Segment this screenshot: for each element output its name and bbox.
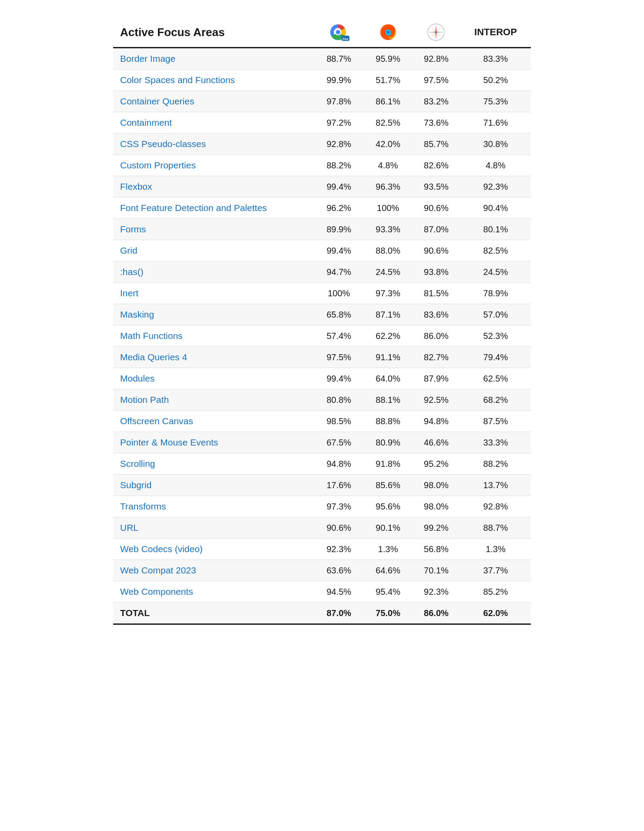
row-value-col5: 87.5% <box>460 411 531 432</box>
table-row: Grid99.4%88.0%90.6%82.5% <box>113 240 531 261</box>
row-value-col2: 94.8% <box>314 453 364 475</box>
table-row: Web Compat 202363.6%64.6%70.1%37.7% <box>113 560 531 581</box>
table-row: Modules99.4%64.0%87.9%62.5% <box>113 368 531 389</box>
row-name[interactable]: Inert <box>113 283 314 304</box>
row-value-col5: 62.0% <box>460 603 531 624</box>
row-value-col3: 95.4% <box>364 581 412 603</box>
row-value-col5: 83.3% <box>460 48 531 70</box>
row-value-col3: 24.5% <box>364 261 412 283</box>
row-name[interactable]: Offscreen Canvas <box>113 411 314 432</box>
row-value-col2: 87.0% <box>314 603 364 624</box>
row-value-col2: 17.6% <box>314 475 364 496</box>
row-value-col3: 42.0% <box>364 134 412 155</box>
row-value-col4: 93.8% <box>412 261 460 283</box>
row-name[interactable]: Container Queries <box>113 91 314 112</box>
chrome-dev-icon-container: Dev <box>321 23 357 42</box>
row-name[interactable]: Web Codecs (video) <box>113 539 314 560</box>
row-value-col5: 33.3% <box>460 432 531 453</box>
row-name[interactable]: CSS Pseudo-classes <box>113 134 314 155</box>
row-value-col4: 46.6% <box>412 432 460 453</box>
row-value-col3: 88.8% <box>364 411 412 432</box>
row-name[interactable]: Pointer & Mouse Events <box>113 432 314 453</box>
table-row: Container Queries97.8%86.1%83.2%75.3% <box>113 91 531 112</box>
row-name[interactable]: Web Compat 2023 <box>113 560 314 581</box>
row-value-col3: 64.0% <box>364 368 412 389</box>
row-name[interactable]: Font Feature Detection and Palettes <box>113 198 314 219</box>
row-value-col2: 98.5% <box>314 411 364 432</box>
row-value-col2: 89.9% <box>314 219 364 240</box>
row-value-col3: 75.0% <box>364 603 412 624</box>
row-value-col2: 67.5% <box>314 432 364 453</box>
row-value-col2: 92.3% <box>314 539 364 560</box>
row-name[interactable]: Color Spaces and Functions <box>113 70 314 91</box>
row-value-col3: 97.3% <box>364 283 412 304</box>
table-row: Scrolling94.8%91.8%95.2%88.2% <box>113 453 531 475</box>
table-total-row: TOTAL87.0%75.0%86.0%62.0% <box>113 603 531 624</box>
row-value-col4: 81.5% <box>412 283 460 304</box>
row-value-col5: 68.2% <box>460 389 531 411</box>
table-row: Custom Properties88.2%4.8%82.6%4.8% <box>113 155 531 176</box>
row-value-col3: 80.9% <box>364 432 412 453</box>
row-name[interactable]: Custom Properties <box>113 155 314 176</box>
row-name[interactable]: Scrolling <box>113 453 314 475</box>
row-name[interactable]: Motion Path <box>113 389 314 411</box>
row-value-col3: 51.7% <box>364 70 412 91</box>
row-name: TOTAL <box>113 603 314 624</box>
row-value-col5: 13.7% <box>460 475 531 496</box>
row-value-col3: 87.1% <box>364 304 412 325</box>
row-value-col4: 99.2% <box>412 517 460 539</box>
table-row: CSS Pseudo-classes92.8%42.0%85.7%30.8% <box>113 134 531 155</box>
row-value-col4: 94.8% <box>412 411 460 432</box>
row-name[interactable]: :has() <box>113 261 314 283</box>
table-row: Offscreen Canvas98.5%88.8%94.8%87.5% <box>113 411 531 432</box>
row-name[interactable]: Math Functions <box>113 325 314 347</box>
row-value-col5: 79.4% <box>460 347 531 368</box>
row-value-col2: 63.6% <box>314 560 364 581</box>
row-value-col3: 95.6% <box>364 496 412 517</box>
row-value-col5: 88.7% <box>460 517 531 539</box>
row-value-col4: 73.6% <box>412 112 460 134</box>
table-row: Media Queries 497.5%91.1%82.7%79.4% <box>113 347 531 368</box>
row-name[interactable]: URL <box>113 517 314 539</box>
col-header-firefox <box>364 17 412 48</box>
table-row: Color Spaces and Functions99.9%51.7%97.5… <box>113 70 531 91</box>
row-value-col2: 94.5% <box>314 581 364 603</box>
col-header-interop: INTEROP <box>460 17 531 48</box>
row-value-col4: 82.7% <box>412 347 460 368</box>
row-name[interactable]: Masking <box>113 304 314 325</box>
safari-icon <box>426 23 446 42</box>
row-value-col4: 83.2% <box>412 91 460 112</box>
row-value-col5: 30.8% <box>460 134 531 155</box>
row-name[interactable]: Modules <box>113 368 314 389</box>
row-value-col2: 80.8% <box>314 389 364 411</box>
row-value-col2: 88.2% <box>314 155 364 176</box>
row-name[interactable]: Flexbox <box>113 176 314 198</box>
row-value-col5: 62.5% <box>460 368 531 389</box>
row-value-col4: 90.6% <box>412 240 460 261</box>
table-row: Pointer & Mouse Events67.5%80.9%46.6%33.… <box>113 432 531 453</box>
table-row: Subgrid17.6%85.6%98.0%13.7% <box>113 475 531 496</box>
row-value-col2: 99.4% <box>314 368 364 389</box>
row-value-col5: 92.8% <box>460 496 531 517</box>
row-name[interactable]: Border Image <box>113 48 314 70</box>
row-value-col4: 87.0% <box>412 219 460 240</box>
row-value-col2: 90.6% <box>314 517 364 539</box>
svg-point-4 <box>336 30 340 34</box>
row-value-col4: 95.2% <box>412 453 460 475</box>
row-name[interactable]: Subgrid <box>113 475 314 496</box>
row-value-col2: 99.4% <box>314 176 364 198</box>
table-row: Masking65.8%87.1%83.6%57.0% <box>113 304 531 325</box>
row-name[interactable]: Forms <box>113 219 314 240</box>
row-value-col4: 97.5% <box>412 70 460 91</box>
row-name[interactable]: Web Components <box>113 581 314 603</box>
col-header-focus-areas: Active Focus Areas <box>113 17 314 48</box>
table-row: :has()94.7%24.5%93.8%24.5% <box>113 261 531 283</box>
row-name[interactable]: Media Queries 4 <box>113 347 314 368</box>
row-name[interactable]: Grid <box>113 240 314 261</box>
table-row: Transforms97.3%95.6%98.0%92.8% <box>113 496 531 517</box>
row-name[interactable]: Transforms <box>113 496 314 517</box>
row-value-col2: 97.8% <box>314 91 364 112</box>
table-row: Inert100%97.3%81.5%78.9% <box>113 283 531 304</box>
row-name[interactable]: Containment <box>113 112 314 134</box>
row-value-col3: 4.8% <box>364 155 412 176</box>
